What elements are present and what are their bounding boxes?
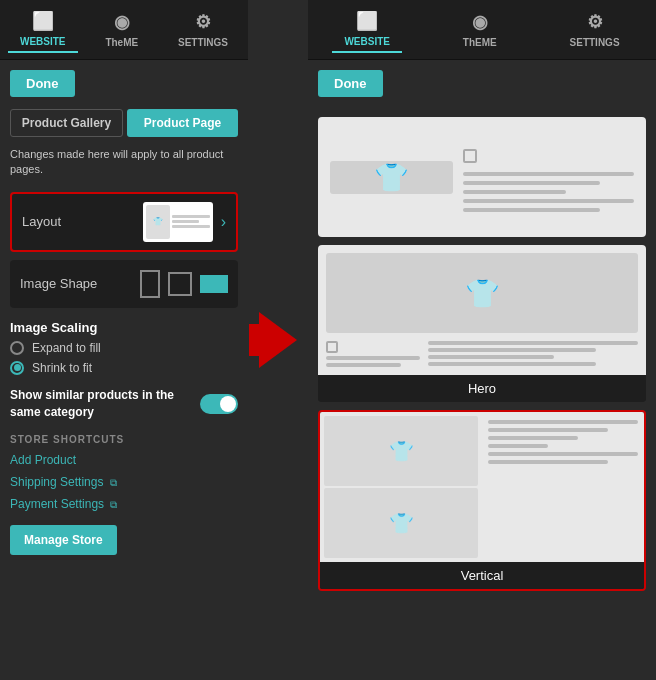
right-panel-content: Done 👕 Classic (308, 60, 656, 680)
left-nav-theme[interactable]: ◉ TheME (93, 7, 150, 52)
shrink-label: Shrink to fit (32, 361, 92, 375)
left-nav-settings-label: SETTINGS (178, 37, 228, 48)
vertical-shirt-bottom: 👕 (389, 511, 414, 535)
hero-preview-inner: 👕 (318, 245, 646, 375)
shape-options (140, 270, 228, 298)
hero-line-4 (428, 348, 596, 352)
right-nav-settings-label: SETTINGS (570, 37, 620, 48)
shipping-settings-link[interactable]: Shipping Settings ⧉ (10, 475, 238, 489)
add-product-link[interactable]: Add Product (10, 453, 238, 467)
done-button-left[interactable]: Done (10, 70, 75, 97)
right-nav-theme-label: ThEME (463, 37, 497, 48)
classic-checkbox (463, 149, 477, 163)
hero-line-5 (428, 355, 554, 359)
hero-bottom-left (326, 341, 420, 367)
manage-store-button[interactable]: Manage Store (10, 525, 117, 555)
hero-line-6 (428, 362, 596, 366)
left-nav-theme-label: TheME (105, 37, 138, 48)
chevron-right-icon: › (221, 213, 226, 231)
image-shape-row: Image Shape (10, 260, 238, 308)
shape-tall-icon[interactable] (140, 270, 160, 298)
hero-bottom-area (326, 341, 638, 367)
right-website-icon: ⬜ (356, 10, 378, 32)
layout-preview-thumbnail: 👕 (143, 202, 213, 242)
external-link-icon-payment: ⧉ (110, 499, 117, 510)
vp-line-4 (488, 444, 548, 448)
preview-line-2 (172, 220, 198, 223)
left-nav-settings[interactable]: ⚙ SETTINGS (166, 7, 240, 52)
shortcuts-title: STORE SHORTCUTS (10, 434, 238, 445)
theme-icon-left: ◉ (114, 11, 130, 33)
vertical-label: Vertical (320, 562, 644, 589)
vp-line-3 (488, 436, 578, 440)
classic-line-2 (463, 181, 599, 185)
vertical-preview-inner: 👕 👕 (320, 412, 644, 562)
red-arrow-icon (259, 312, 297, 368)
hero-bottom-right (428, 341, 638, 366)
vp-line-5 (488, 452, 638, 456)
classic-preview: 👕 (318, 117, 646, 237)
done-button-right[interactable]: Done (318, 70, 383, 97)
similar-products-toggle-row: Show similar products in the same catego… (10, 387, 238, 421)
settings-icon-left: ⚙ (195, 11, 211, 33)
layout-card-hero[interactable]: 👕 (318, 245, 646, 402)
classic-line-1 (463, 172, 634, 176)
left-nav-website-label: WEBSITE (20, 36, 66, 47)
vertical-image-bottom: 👕 (324, 488, 478, 558)
classic-image-area: 👕 (330, 161, 453, 194)
right-panel: ⬜ WEBSITE ◉ ThEME ⚙ SETTINGS Done 👕 (308, 0, 656, 680)
right-theme-icon: ◉ (472, 11, 488, 33)
layout-label: Layout (22, 214, 143, 229)
left-nav-website[interactable]: ⬜ WEBSITE (8, 6, 78, 53)
shape-wide-icon[interactable] (200, 275, 228, 293)
preview-left: 👕 (146, 205, 171, 239)
image-scaling-title: Image Scaling (10, 320, 238, 335)
layout-row[interactable]: Layout 👕 › (10, 192, 238, 252)
hero-image-area: 👕 (326, 253, 638, 333)
right-settings-icon: ⚙ (587, 11, 603, 33)
external-link-icon-shipping: ⧉ (110, 477, 117, 488)
left-panel: ⬜ WEBSITE ◉ TheME ⚙ SETTINGS Done Produc… (0, 0, 248, 680)
website-icon: ⬜ (32, 10, 54, 32)
vertical-left-area: 👕 👕 (320, 412, 482, 562)
classic-line-5 (463, 208, 599, 212)
vertical-preview: 👕 👕 (320, 412, 644, 562)
left-top-nav: ⬜ WEBSITE ◉ TheME ⚙ SETTINGS (0, 0, 248, 60)
tab-product-page[interactable]: Product Page (127, 109, 238, 137)
vp-line-6 (488, 460, 608, 464)
vertical-right-area (482, 412, 644, 562)
shape-square-icon[interactable] (168, 272, 192, 296)
layout-card-vertical[interactable]: 👕 👕 Vertical (318, 410, 646, 591)
toggle-label: Show similar products in the same catego… (10, 387, 200, 421)
payment-settings-link[interactable]: Payment Settings ⧉ (10, 497, 238, 511)
hero-checkbox (326, 341, 338, 353)
product-tabs: Product Gallery Product Page (10, 109, 238, 137)
right-nav-theme[interactable]: ◉ ThEME (451, 7, 509, 52)
right-nav-website-label: WEBSITE (344, 36, 390, 47)
hero-line-2 (326, 363, 401, 367)
similar-products-toggle[interactable] (200, 394, 238, 414)
preview-line-1 (172, 215, 209, 218)
left-panel-content: Done Product Gallery Product Page Change… (0, 60, 248, 680)
layout-card-classic[interactable]: 👕 Classic (318, 117, 646, 237)
expand-label: Expand to fill (32, 341, 101, 355)
vertical-image-top: 👕 (324, 416, 478, 486)
right-nav-settings[interactable]: ⚙ SETTINGS (558, 7, 632, 52)
hero-shirt-icon: 👕 (465, 277, 500, 310)
expand-radio[interactable] (10, 341, 24, 355)
hero-line-1 (326, 356, 420, 360)
tab-product-gallery[interactable]: Product Gallery (10, 109, 123, 137)
classic-line-4 (463, 199, 634, 203)
expand-radio-row[interactable]: Expand to fill (10, 341, 238, 355)
shrink-radio-row[interactable]: Shrink to fit (10, 361, 238, 375)
hero-preview: 👕 (318, 245, 646, 375)
right-nav-website[interactable]: ⬜ WEBSITE (332, 6, 402, 53)
right-top-nav: ⬜ WEBSITE ◉ ThEME ⚙ SETTINGS (308, 0, 656, 60)
preview-line-3 (172, 225, 209, 228)
vp-line-1 (488, 420, 638, 424)
shrink-radio[interactable] (10, 361, 24, 375)
hero-label: Hero (318, 375, 646, 402)
classic-text-area (463, 143, 634, 212)
vertical-shirt-top: 👕 (389, 439, 414, 463)
info-text: Changes made here will apply to all prod… (10, 147, 238, 178)
